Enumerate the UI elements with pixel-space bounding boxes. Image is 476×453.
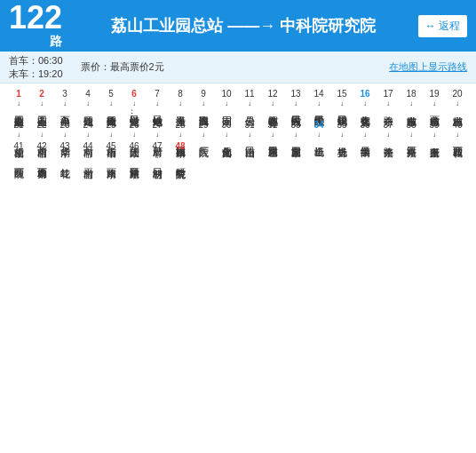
stop-number: 46 [129, 141, 139, 152]
stop-arrow: ↓ [409, 131, 413, 139]
stop-cell[interactable]: 23↓鼎南华 [53, 120, 76, 139]
stop-cell[interactable]: 20↓城市山林 [446, 89, 469, 108]
stop-number: 3 [62, 89, 67, 99]
stop-number: 15 [337, 89, 346, 99]
stop-number: 43 [60, 141, 69, 152]
ticket-info: 票价：最高票价2元 [81, 60, 389, 74]
stop-arrow: ↓ [132, 131, 136, 139]
stop-number: 1 [16, 89, 21, 99]
stop-number: 25 [106, 120, 115, 131]
stops-row: 21↓南山党校22↓南山村西23↓鼎南华24↓向南村25↓南山市场26↓大陆庄园… [7, 120, 469, 139]
stop-cell[interactable]: 44↓平山村南 [76, 141, 99, 161]
stop-cell[interactable]: 7↓蛇口港地铁站 [146, 89, 169, 108]
stop-cell[interactable]: 6↓蛇口港交警… [123, 89, 146, 118]
stop-number: 32 [267, 120, 277, 131]
stop-cell[interactable]: 36↓第二高级中学 [353, 120, 377, 139]
stop-number: 7 [155, 89, 160, 99]
last-bus: 末车：19:20 [9, 68, 63, 81]
stop-cell[interactable]: 41↓丽西医院 [7, 141, 30, 161]
stop-cell[interactable]: 17↓东路中 [377, 89, 400, 108]
stop-cell[interactable]: 45↓丽水路南 [99, 141, 123, 161]
stop-cell[interactable]: 14↓蛇口人民医院① [307, 89, 330, 118]
stop-arrow: ↓ [86, 131, 90, 139]
stop-number: 42 [36, 141, 46, 152]
stop-number: 17 [383, 89, 393, 99]
route-title: 荔山工业园总站 ——→ 中科院研究院 [69, 15, 418, 36]
stop-arrow: ↓ [248, 131, 251, 139]
schedule-info: 首车：06:30 末车：19:20 [9, 54, 63, 81]
stop-number: 44 [83, 141, 92, 152]
stop-arrow: ↓ [363, 131, 367, 139]
stop-number: 10 [221, 89, 231, 99]
stop-cell[interactable]: 32↓玉泉艺园路口 [261, 120, 284, 139]
stop-cell[interactable]: 47↓塘朗村口 [146, 141, 169, 161]
stop-cell[interactable]: 8↓海上世界 [169, 89, 192, 108]
stop-number: 9 [201, 89, 206, 99]
stop-number: 36 [360, 120, 369, 131]
stop-cell[interactable]: 28↓桃园南新路口 [169, 120, 192, 139]
stop-number: 39 [429, 120, 439, 131]
stop-cell[interactable]: 12↓花园体育中心 [261, 89, 284, 108]
stop-number: 8 [178, 89, 183, 99]
stop-cell[interactable]: 24↓向南村 [76, 120, 99, 139]
stop-arrow: ↓ [40, 100, 44, 107]
map-link[interactable]: 在地图上显示路线 [389, 60, 467, 74]
stop-arrow: ↓ [155, 153, 159, 160]
stop-cell[interactable]: 13↓蛇口人民医院 [284, 89, 307, 108]
stop-cell[interactable]: 1↓荔山工业园总站 [7, 89, 30, 108]
stop-arrow: ↓ [132, 100, 136, 107]
stop-number: 45 [106, 141, 115, 152]
stops-row: 1↓荔山工业园总站2↓荔山工业园3↓万象半山4↓龙瑞佳园5↓龙瑞佳园大桥6↓蛇口… [7, 89, 469, 118]
stop-arrow: ↓ [17, 153, 20, 160]
stop-number: 28 [175, 120, 185, 131]
stop-cell[interactable]: 22↓南山村西 [30, 120, 53, 139]
stop-number: 14 [313, 89, 323, 99]
route-number-box: 122 路 [9, 2, 62, 50]
stop-arrow: ↓ [340, 131, 344, 139]
stop-cell[interactable]: 26↓大陆庄园 [123, 120, 146, 139]
stop-cell[interactable]: 21↓南山党校 [7, 120, 30, 139]
stop-cell[interactable]: 40↓西丽鞍花园 [446, 120, 469, 139]
stop-number: 19 [429, 89, 439, 99]
header: 122 路 荔山工业园总站 ——→ 中科院研究院 ↔ 返程 [0, 0, 476, 52]
stop-arrow: ↓ [109, 100, 113, 107]
stop-cell[interactable]: 25↓南山市场 [99, 120, 123, 139]
stop-cell[interactable]: 48↓中科院研究院 [169, 141, 192, 161]
stop-cell[interactable]: 19↓城市山林西 [423, 89, 446, 108]
stop-arrow: ↓ [40, 131, 44, 139]
stop-cell[interactable]: 15↓蛇口沃尔玛街 [330, 89, 353, 108]
route-number: 122 [9, 2, 62, 34]
stop-cell[interactable]: 5↓龙瑞佳园大桥 [99, 89, 123, 108]
stop-cell[interactable]: 38↓茶光石路口 [400, 120, 423, 139]
stop-arrow: ↓ [225, 131, 228, 139]
stop-number: 2 [39, 89, 44, 99]
stop-cell[interactable]: 2↓荔山工业园 [30, 89, 53, 108]
stop-number: 24 [83, 120, 92, 131]
return-button[interactable]: ↔ 返程 [418, 15, 467, 37]
stop-arrow: ↓ [86, 153, 90, 160]
stops-container: 1↓荔山工业园总站2↓荔山工业园3↓万象半山4↓龙瑞佳园5↓龙瑞佳园大桥6↓蛇口… [0, 83, 476, 168]
stop-cell[interactable]: 27↓田厝村 [146, 120, 169, 139]
stop-cell[interactable]: 3↓万象半山 [53, 89, 76, 108]
stop-number: 16 [360, 89, 369, 99]
stop-cell[interactable]: 46↓学苑丽水路口 [123, 141, 146, 161]
stop-cell[interactable]: 34↓汇金机场 [307, 120, 330, 139]
stop-arrow: ↓ [40, 153, 44, 160]
stop-cell[interactable]: 10↓南国园 [215, 89, 238, 108]
stop-cell[interactable]: 43↓红花岭 [53, 141, 76, 161]
stop-cell[interactable]: 30↓南山文化分局 [215, 120, 238, 139]
stop-cell[interactable]: 33↓玉泉艺园家园 [284, 120, 307, 139]
stop-cell[interactable]: 11↓公果山 [238, 89, 261, 108]
stop-cell[interactable]: 29↓六厂医院 [192, 120, 215, 139]
stop-cell[interactable]: 39↓茶光派出所 [423, 120, 446, 139]
stop-cell[interactable]: 35↓直升机场 [330, 120, 353, 139]
stop-cell[interactable]: 42↓西丽农力市场 [30, 141, 53, 161]
stop-cell[interactable]: 18↓城市山林东 [400, 89, 423, 108]
stop-cell[interactable]: 31↓南山山路口 [238, 120, 261, 139]
stop-arrow: ↓ [317, 131, 321, 139]
stop-arrow: ↓ [271, 100, 274, 107]
stop-cell[interactable]: 16↓荔秀文化街 [353, 89, 377, 108]
stop-cell[interactable]: 37↓茶光路中 [377, 120, 400, 139]
stop-cell[interactable]: 9↓滨海玫瑰园 [192, 89, 215, 108]
stop-cell[interactable]: 4↓龙瑞佳园 [76, 89, 99, 108]
